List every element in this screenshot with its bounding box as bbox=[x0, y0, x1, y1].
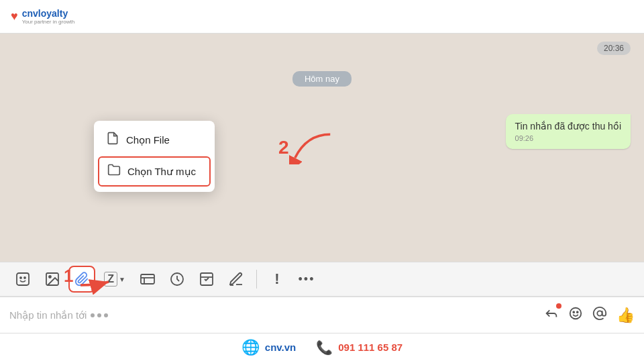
schedule-button[interactable] bbox=[164, 266, 191, 293]
dot-3 bbox=[104, 313, 108, 317]
dropdown-item-choose-folder[interactable]: Chọn Thư mục bbox=[98, 156, 211, 187]
at-mention-button[interactable] bbox=[592, 306, 607, 324]
annotation-2: 2 bbox=[278, 131, 336, 164]
dropdown-menu: Chọn File Chọn Thư mục bbox=[94, 121, 215, 192]
more-button[interactable]: ••• bbox=[293, 266, 320, 293]
svg-point-2 bbox=[20, 277, 21, 278]
phone-icon: 📞 bbox=[316, 340, 333, 356]
exclamation-icon: ! bbox=[274, 270, 279, 288]
footer-phone: 📞 091 111 65 87 bbox=[316, 340, 402, 356]
date-badge: Hôm nay bbox=[11, 71, 633, 87]
input-actions: 👍 bbox=[544, 306, 635, 324]
signature-button[interactable] bbox=[223, 266, 250, 293]
logo-heart-icon: ♥ bbox=[11, 9, 18, 23]
important-button[interactable]: ! bbox=[264, 266, 290, 293]
mention-button[interactable] bbox=[134, 266, 161, 293]
svg-point-16 bbox=[573, 311, 574, 313]
dot-2 bbox=[97, 313, 101, 317]
folder-icon bbox=[107, 163, 121, 180]
footer-website: 🌐 cnv.vn bbox=[241, 339, 296, 356]
svg-rect-1 bbox=[17, 273, 29, 285]
svg-text:1: 1 bbox=[64, 268, 73, 286]
logo-tagline: Your partner in growth bbox=[22, 19, 74, 25]
time-badge-top: 20:36 bbox=[597, 42, 631, 55]
annotation-number-2: 2 bbox=[278, 138, 289, 157]
footer: 🌐 cnv.vn 📞 091 111 65 87 bbox=[0, 333, 644, 361]
emoji-button[interactable] bbox=[9, 266, 36, 293]
header: ♥ cnvloyalty Your partner in growth bbox=[0, 0, 644, 34]
dropdown-item-choose-file[interactable]: Chọn File bbox=[94, 125, 215, 155]
emoji-button-2[interactable] bbox=[568, 306, 583, 324]
svg-point-17 bbox=[577, 311, 578, 313]
like-button[interactable]: 👍 bbox=[616, 307, 635, 324]
checklist-button[interactable] bbox=[193, 266, 220, 293]
message-bubble: Tin nhắn đã được thu hồi 09:26 bbox=[506, 114, 631, 149]
divider-1 bbox=[256, 270, 257, 289]
message-time: 09:26 bbox=[515, 134, 621, 142]
chat-area: 20:36 Hôm nay Tin nhắn đã được thu hồi 0… bbox=[0, 34, 644, 262]
svg-point-15 bbox=[570, 308, 582, 319]
footer-url: cnv.vn bbox=[265, 342, 296, 353]
logo: ♥ cnvloyalty Your partner in growth bbox=[11, 8, 74, 25]
date-label: Hôm nay bbox=[292, 71, 352, 87]
placeholder-text: Nhập tin nhắn tới bbox=[9, 309, 87, 321]
dot-1 bbox=[91, 313, 95, 317]
reply-badge bbox=[556, 303, 561, 309]
svg-point-18 bbox=[597, 311, 602, 315]
typing-indicator bbox=[91, 313, 108, 317]
file-icon bbox=[106, 132, 119, 148]
svg-point-3 bbox=[24, 277, 25, 278]
choose-file-label: Chọn File bbox=[126, 134, 170, 146]
footer-phone-number: 091 111 65 87 bbox=[338, 342, 402, 353]
svg-point-5 bbox=[49, 276, 51, 278]
arrow-2-icon bbox=[289, 131, 336, 164]
logo-text: cnvloyalty bbox=[22, 8, 74, 19]
reply-button[interactable] bbox=[544, 306, 559, 324]
input-placeholder[interactable]: Nhập tin nhắn tới bbox=[9, 309, 537, 321]
svg-rect-6 bbox=[141, 274, 154, 284]
globe-icon: 🌐 bbox=[241, 339, 260, 356]
message-text: Tin nhắn đã được thu hồi bbox=[515, 121, 621, 132]
choose-folder-label: Chọn Thư mục bbox=[127, 166, 196, 178]
annotation-1: 1 bbox=[60, 268, 121, 305]
more-icon: ••• bbox=[299, 272, 315, 287]
